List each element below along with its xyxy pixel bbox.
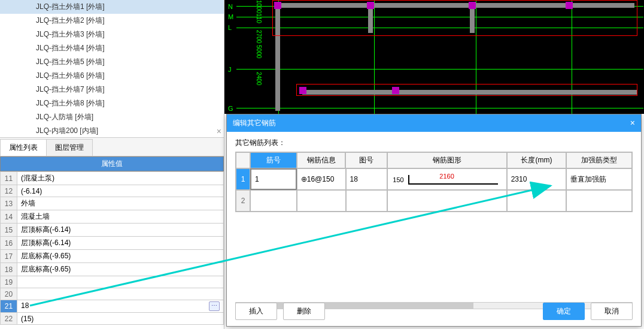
dim-1: 1000110 [256,0,262,23]
cell-tuhao[interactable]: 18 [346,168,388,190]
property-table: 11(混凝土泵)12(-6.14)13外墙14混凝土墙15层顶标高(-6.14)… [0,171,224,325]
dialog-titlebar[interactable]: 编辑其它钢筋 × [227,114,641,132]
grid-row-2[interactable]: 2 [236,190,632,212]
cancel-button[interactable]: 取消 [591,303,633,320]
col-type[interactable]: 加强筋类型 [566,152,632,168]
col-info[interactable]: 钢筋信息 [297,152,346,168]
tree-item[interactable]: JLQ-挡土外墙7 [外墙] [0,83,224,96]
tree-item[interactable]: JLQ-挡土外墙1 [外墙] [0,0,224,14]
tree-item[interactable]: JLQ-内墙200 [内墙] [0,124,224,138]
shape-line-h [408,183,498,185]
prop-rownum: 13 [1,197,17,210]
prop-rownum: 16 [1,237,17,250]
ok-button[interactable]: 确定 [543,303,585,320]
axis-n: N [228,3,233,10]
edit-rebar-dialog: 编辑其它钢筋 × 其它钢筋列表： 筋号 钢筋信息 图号 钢筋图形 长度(mm) … [226,114,642,327]
axis-g: G [228,105,233,112]
axis-l: L [228,24,232,31]
tree-close-icon[interactable]: × [217,126,221,136]
prop-row[interactable]: 19 [1,276,224,288]
axis-m: M [228,13,233,20]
left-panel: JLQ-挡土外墙1 [外墙]JLQ-挡土外墙2 [外墙]JLQ-挡土外墙3 [外… [0,0,224,329]
prop-value-cell[interactable]: (-6.14) [17,185,224,197]
dialog-body: 其它钢筋列表： 筋号 钢筋信息 图号 钢筋图形 长度(mm) 加强筋类型 1 1… [227,132,641,315]
dim-2: 2700 5000 [256,30,262,58]
row1-num[interactable]: 1 [236,168,250,190]
cell-shape[interactable]: 150 2160 [387,168,506,190]
tab-layers[interactable]: 图层管理 [46,139,93,156]
tree-item[interactable]: JLQ-挡土外墙5 [外墙] [0,55,224,69]
close-icon[interactable]: × [630,118,635,128]
prop-rownum: 18 [1,263,17,276]
cell-type[interactable]: 垂直加强筋 [566,168,632,190]
prop-value-cell[interactable]: 混凝土墙 [17,210,224,224]
prop-row[interactable]: 20 [1,288,224,300]
prop-rownum: 20 [1,288,17,300]
tree-item[interactable]: JLQ-挡土外墙4 [外墙] [0,41,224,55]
prop-value-input[interactable] [21,301,200,310]
prop-row[interactable]: 22(15) [1,313,224,325]
prop-row[interactable]: 15层顶标高(-6.14) [1,224,224,237]
prop-rownum: 15 [1,224,17,237]
prop-rownum: 14 [1,210,17,224]
list-label: 其它钢筋列表： [235,138,633,148]
prop-rownum: 17 [1,250,17,263]
prop-scroll[interactable]: 11(混凝土泵)12(-6.14)13外墙14混凝土墙15层顶标高(-6.14)… [0,171,224,329]
tree-area: JLQ-挡土外墙1 [外墙]JLQ-挡土外墙2 [外墙]JLQ-挡土外墙3 [外… [0,0,224,138]
dialog-footer: 插入 删除 确定 取消 [235,303,633,320]
tree-item[interactable]: JLQ-人防墙 [外墙] [0,110,224,124]
prop-value-cell[interactable]: 层顶标高(-6.14) [17,237,224,250]
shape-dim-left: 150 [393,176,403,183]
prop-row[interactable]: 18层底标高(-9.65) [1,263,224,276]
prop-value-cell[interactable]: (15) [17,313,224,325]
cell-jin[interactable]: 1 [250,168,297,190]
tree-item[interactable]: JLQ-挡土外墙6 [外墙] [0,69,224,83]
col-length[interactable]: 长度(mm) [507,152,567,168]
tab-properties[interactable]: 属性列表 [0,139,47,156]
prop-rownum: 21 [1,300,17,313]
shape-dim-top: 2160 [439,173,454,180]
prop-value-cell[interactable]: 层底标高(-9.65) [17,250,224,263]
prop-rownum: 12 [1,185,17,197]
prop-rownum: 22 [1,313,17,325]
axis-j: J [228,66,232,73]
prop-value-cell[interactable]: 层顶标高(-6.14) [17,224,224,237]
prop-value-cell[interactable]: (混凝土泵) [17,172,224,185]
col-jin[interactable]: 筋号 [250,152,297,168]
cell-length[interactable]: 2310 [507,168,567,190]
grid-corner [236,152,250,168]
prop-value-cell[interactable] [17,276,224,288]
tree-item[interactable]: JLQ-挡土外墙2 [外墙] [0,14,224,28]
tree-item[interactable]: JLQ-挡土外墙3 [外墙] [0,28,224,41]
tree-item[interactable]: JLQ-挡土外墙8 [外墙] [0,96,224,110]
cell-info[interactable]: ⊕16@150 [297,168,346,190]
col-tuhao[interactable]: 图号 [345,152,387,168]
prop-rownum: 19 [1,276,17,288]
delete-button[interactable]: 删除 [283,303,325,320]
prop-value-cell[interactable]: 外墙 [17,197,224,210]
row2-num[interactable]: 2 [236,190,250,212]
prop-value-cell[interactable]: 层底标高(-9.65) [17,263,224,276]
prop-row[interactable]: 13外墙 [1,197,224,210]
prop-value-cell[interactable]: ⋯ [17,300,224,313]
grid-row-1[interactable]: 1 1 ⊕16@150 18 150 2160 2310 垂直加强筋 [236,168,632,190]
rebar-grid: 筋号 钢筋信息 图号 钢筋图形 长度(mm) 加强筋类型 1 1 ⊕16@150… [235,152,633,212]
ellipsis-button[interactable]: ⋯ [209,301,220,311]
grid-header: 筋号 钢筋信息 图号 钢筋图形 长度(mm) 加强筋类型 [236,152,632,168]
prop-row[interactable]: 12(-6.14) [1,185,224,197]
dim-3: 2400 [256,72,262,85]
dialog-title-text: 编辑其它钢筋 [233,118,276,128]
property-tabs: 属性列表 图层管理 [0,138,224,156]
prop-row[interactable]: 17层底标高(-9.65) [1,250,224,263]
prop-header: 属性值 [0,156,224,171]
col-shape[interactable]: 钢筋图形 [387,152,506,168]
prop-row[interactable]: 11(混凝土泵) [1,172,224,185]
prop-row[interactable]: 16层顶标高(-6.14) [1,237,224,250]
prop-value-cell[interactable] [17,288,224,300]
prop-row[interactable]: 14混凝土墙 [1,210,224,224]
cad-canvas[interactable]: N M L J G 1000110 2700 5000 2400 [224,0,644,114]
insert-button[interactable]: 插入 [235,303,277,320]
prop-rownum: 11 [1,172,17,185]
prop-row[interactable]: 21⋯ [1,300,224,313]
